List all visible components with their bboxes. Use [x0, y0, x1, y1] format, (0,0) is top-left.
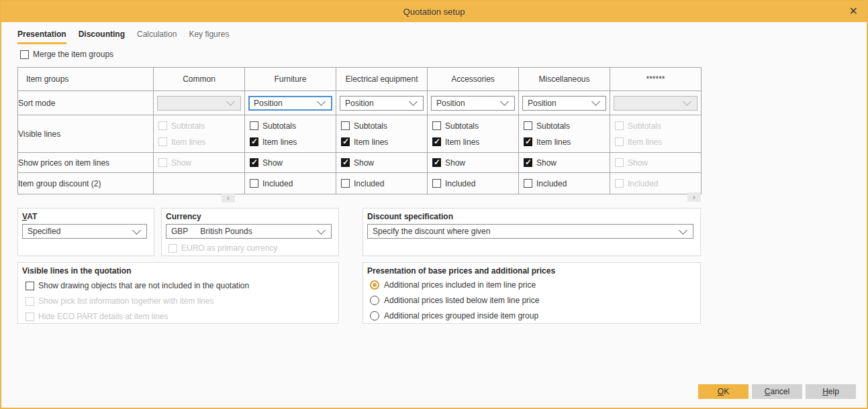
- subtotals-checkbox-accessories[interactable]: Subtotals: [432, 121, 518, 131]
- sort-mode-select-furniture[interactable]: Position: [248, 96, 332, 111]
- chevron-down-icon: [132, 226, 141, 235]
- sort-mode-select-accessories[interactable]: Position: [431, 96, 515, 111]
- show-checkbox-accessories[interactable]: Show: [428, 158, 518, 168]
- tab-key-figures[interactable]: Key figures: [189, 30, 229, 44]
- subtotals-checkbox-common: Subtotals: [158, 121, 244, 131]
- euro-primary-currency-label: EURO as primary currency: [181, 243, 277, 253]
- table-row: Show prices on item lines Show Show Show…: [18, 153, 702, 173]
- discount-specification-select[interactable]: Specify the discount where given: [367, 224, 693, 239]
- checkbox-box-icon: [432, 137, 441, 146]
- close-icon[interactable]: ✕: [849, 5, 858, 17]
- subtotals-checkbox-electrical[interactable]: Subtotals: [341, 121, 427, 131]
- checkbox-box-icon: [168, 244, 177, 253]
- checkbox-box-icon: [524, 121, 532, 130]
- checkbox-box-icon: [250, 158, 258, 167]
- sort-mode-select-miscellaneous[interactable]: Position: [522, 96, 606, 111]
- cancel-button[interactable]: Cancel: [752, 384, 802, 399]
- row-label-show-prices: Show prices on item lines: [18, 153, 154, 173]
- checkbox-box-icon: [26, 297, 34, 306]
- included-checkbox-accessories[interactable]: Included: [428, 179, 518, 188]
- merge-item-groups-checkbox[interactable]: Merge the item groups: [20, 50, 113, 59]
- checkbox-box-icon: [341, 158, 350, 167]
- item-lines-checkbox-miscellaneous[interactable]: Item lines: [524, 137, 610, 147]
- chevron-down-icon: [317, 97, 326, 106]
- item-groups-table: Item groups Common Furniture Electrical …: [17, 67, 702, 194]
- item-lines-checkbox-furniture[interactable]: Item lines: [250, 137, 336, 147]
- checkbox-box-icon: [615, 121, 624, 130]
- chevron-down-icon: [226, 97, 235, 106]
- vat-select-value: Specified: [28, 227, 60, 236]
- col-header-accessories: Accessories: [428, 68, 519, 91]
- show-checkbox-electrical[interactable]: Show: [336, 158, 427, 168]
- vat-group: VAT Specified: [17, 208, 154, 256]
- base-prices-group: Presentation of base prices and addition…: [363, 262, 701, 324]
- included-checkbox-miscellaneous[interactable]: Included: [519, 179, 610, 188]
- col-header-miscellaneous: Miscellaneous: [519, 68, 610, 91]
- show-checkbox-miscellaneous[interactable]: Show: [519, 158, 610, 168]
- currency-select[interactable]: GBPBritish Pounds: [166, 224, 332, 239]
- checkbox-box-icon: [615, 179, 624, 188]
- checkbox-box-icon: [341, 121, 350, 130]
- checkbox-box-icon: [524, 158, 532, 167]
- checkbox-box-icon: [26, 312, 34, 321]
- item-lines-checkbox-common: Item lines: [158, 137, 244, 147]
- ok-button[interactable]: OK: [698, 384, 749, 399]
- show-drawing-objects-checkbox[interactable]: Show drawing objects that are not includ…: [26, 281, 338, 290]
- show-pick-list-checkbox: Show pick list information together with…: [26, 296, 338, 306]
- item-lines-checkbox-accessories[interactable]: Item lines: [432, 137, 518, 147]
- sort-mode-select-electrical[interactable]: Position: [340, 96, 424, 111]
- chevron-right-icon: ›: [693, 192, 695, 202]
- dialog-title: Quotation setup: [403, 7, 465, 17]
- included-checkbox-electrical[interactable]: Included: [336, 179, 427, 188]
- vat-select[interactable]: Specified: [22, 224, 147, 239]
- visible-lines-group-title: Visible lines in the quotation: [18, 263, 338, 276]
- checkbox-box-icon: [250, 121, 258, 130]
- tab-calculation[interactable]: Calculation: [137, 30, 177, 44]
- visible-lines-group: Visible lines in the quotation Show draw…: [17, 262, 339, 324]
- item-lines-checkbox-masked: Item lines: [615, 137, 701, 147]
- subtotals-checkbox-masked: Subtotals: [615, 121, 701, 131]
- col-header-common: Common: [154, 68, 245, 91]
- hide-eco-part-checkbox: Hide ECO PART details at item lines: [26, 312, 338, 321]
- chevron-down-icon: [317, 226, 326, 235]
- help-button[interactable]: Help: [806, 384, 856, 399]
- chevron-down-icon: [683, 97, 691, 106]
- table-header-row: Item groups Common Furniture Electrical …: [18, 68, 702, 91]
- row-label-sort-mode: Sort mode: [18, 91, 154, 115]
- row-label-visible-lines: Visible lines: [18, 115, 154, 153]
- checkbox-box-icon: [615, 137, 624, 146]
- chevron-down-icon: [591, 97, 600, 106]
- checkbox-box-icon: [615, 158, 624, 167]
- chevron-down-icon: [679, 226, 687, 235]
- show-checkbox-masked: Show: [610, 158, 701, 168]
- tab-discounting[interactable]: Discounting: [79, 30, 125, 44]
- col-header-electrical: Electrical equipment: [336, 68, 428, 91]
- checkbox-box-icon: [158, 121, 167, 130]
- row-label-item-group-discount: Item group discount (2): [18, 173, 154, 194]
- included-checkbox-furniture[interactable]: Included: [245, 179, 336, 188]
- checkbox-box-icon: [432, 158, 441, 167]
- tab-bar: Presentation Discounting Calculation Key…: [17, 30, 229, 44]
- currency-group-title: Currency: [162, 209, 338, 221]
- title-bar: Quotation setup ✕: [1, 1, 867, 22]
- subtotals-checkbox-furniture[interactable]: Subtotals: [250, 121, 336, 131]
- col-header-masked: ******: [610, 68, 702, 91]
- scroll-right-button[interactable]: ›: [687, 192, 701, 202]
- radio-prices-included[interactable]: Additional prices included in item line …: [370, 280, 700, 290]
- radio-prices-grouped[interactable]: Additional prices grouped inside item gr…: [370, 311, 700, 320]
- checkbox-box-icon: [341, 137, 350, 146]
- table-row: Item group discount (2) Included Include…: [18, 173, 702, 194]
- radio-prices-listed-below[interactable]: Additional prices listed below item line…: [370, 296, 700, 305]
- currency-group: Currency GBPBritish Pounds EURO as prima…: [161, 208, 339, 256]
- sort-mode-select-masked: [614, 96, 697, 111]
- subtotals-checkbox-miscellaneous[interactable]: Subtotals: [524, 121, 610, 131]
- tab-presentation[interactable]: Presentation: [17, 30, 66, 44]
- sort-mode-select-common: [157, 96, 241, 111]
- radio-button-icon: [370, 311, 379, 320]
- scroll-left-button[interactable]: ‹: [222, 193, 235, 202]
- show-checkbox-furniture[interactable]: Show: [245, 158, 336, 168]
- discount-specification-group: Discount specification Specify the disco…: [363, 208, 701, 256]
- chevron-down-icon: [409, 97, 418, 106]
- checkbox-box-icon: [250, 179, 258, 188]
- item-lines-checkbox-electrical[interactable]: Item lines: [341, 137, 427, 147]
